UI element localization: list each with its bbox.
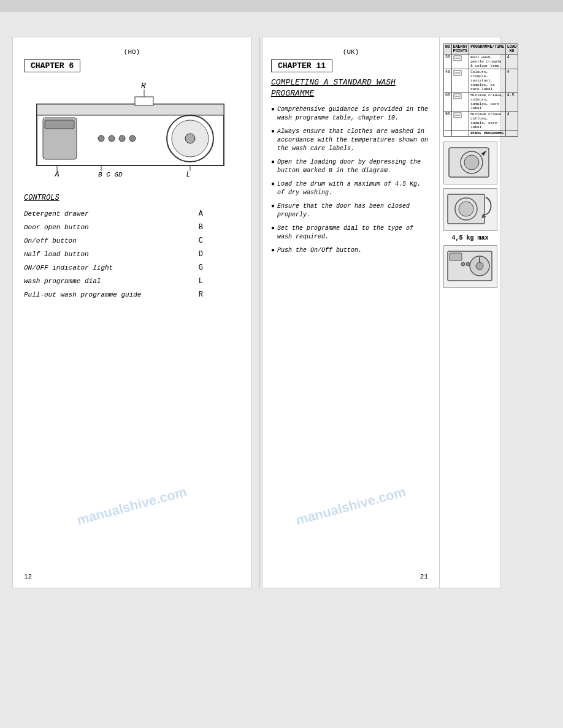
control-label-onoff: On/off button bbox=[24, 237, 77, 245]
instruction-2: ● Always ensure that clothes are washed … bbox=[271, 127, 431, 153]
table-row-rinse: RINSE PROGRAMME bbox=[444, 131, 518, 137]
control-label-indicator: ON/OFF indicator light bbox=[24, 264, 113, 271]
svg-rect-4 bbox=[135, 97, 153, 105]
left-page: (HO) CHAPTER 6 R bbox=[12, 37, 251, 588]
table-row-90: 90 Minimum crease cottons, sample, care-… bbox=[444, 112, 518, 131]
svg-rect-3 bbox=[37, 104, 224, 115]
table-row-60: 60 Minimum crease, colours, samples, car… bbox=[444, 93, 518, 112]
control-label-dial: Wash programme dial bbox=[24, 278, 101, 285]
table-header-no: NO bbox=[444, 44, 452, 55]
controls-title: CONTROLS bbox=[24, 194, 240, 202]
instruction-3: ● Open the loading door by depressing th… bbox=[271, 158, 431, 175]
table-header-load: LOAD KG bbox=[505, 44, 518, 55]
svg-point-30 bbox=[464, 155, 479, 170]
control-letter-A: A bbox=[199, 210, 203, 218]
right-main-page: (UK) CHAPTER 11 COMPLETING A STANDARD WA… bbox=[262, 37, 440, 588]
controls-list: Detergent drawer A Door open button B On… bbox=[24, 210, 240, 299]
section-title: COMPLETING A STANDARD WASH PROGRAMME bbox=[271, 77, 431, 99]
instruction-text-6: Set the programme dial to the type of wa… bbox=[277, 224, 431, 241]
control-row-door: Door open button B bbox=[24, 223, 240, 232]
right-sidebar: NO ENERGY POINTS PROGRAMME/TIME LOAD KG … bbox=[440, 37, 501, 588]
svg-point-7 bbox=[98, 135, 104, 142]
control-letter-C: C bbox=[199, 237, 203, 245]
table-row-30: 30 Boil wash, gentle crumple & colour te… bbox=[444, 55, 518, 69]
right-watermark: manualshive.com bbox=[294, 484, 407, 529]
control-row-dial: Wash programme dial L bbox=[24, 277, 240, 286]
instruction-text-2: Always ensure that clothes are washed in… bbox=[277, 127, 431, 153]
dial-svg bbox=[446, 248, 495, 285]
instruction-1: ● Comprehensive guidance is provided in … bbox=[271, 105, 431, 123]
control-label-door: Door open button bbox=[24, 224, 89, 231]
svg-point-9 bbox=[119, 135, 125, 142]
control-letter-L: L bbox=[199, 277, 203, 286]
instruction-4: ● Load the drum with a maximum of 4.5 Kg… bbox=[271, 180, 431, 197]
control-letter-D: D bbox=[199, 250, 203, 259]
svg-text:L: L bbox=[186, 170, 190, 179]
instruction-6: ● Set the programme dial to the type of … bbox=[271, 224, 431, 241]
page-container: (HO) CHAPTER 6 R bbox=[0, 12, 563, 728]
right-country-indicator: (UK) bbox=[271, 48, 431, 56]
svg-point-34 bbox=[459, 202, 473, 216]
left-watermark: manualshive.com bbox=[75, 484, 188, 529]
loading-svg bbox=[446, 191, 495, 228]
page-divider bbox=[259, 37, 259, 588]
door-svg bbox=[446, 145, 495, 181]
loading-image bbox=[443, 188, 497, 231]
programme-table: NO ENERGY POINTS PROGRAMME/TIME LOAD KG … bbox=[443, 44, 518, 137]
book-spread: (HO) CHAPTER 6 R bbox=[12, 37, 551, 588]
svg-text:B C GD: B C GD bbox=[98, 171, 123, 178]
kg-caption: 4,5 kg max bbox=[443, 235, 497, 241]
door-image bbox=[443, 142, 497, 184]
svg-point-41 bbox=[466, 262, 470, 266]
left-page-number: 12 bbox=[24, 573, 32, 580]
machine-svg: R bbox=[24, 77, 240, 188]
table-header-prog: PROGRAMME/TIME bbox=[469, 44, 506, 55]
instruction-text-5: Ensure that the door has been closed pro… bbox=[277, 202, 431, 219]
control-row-halfload: Half load button D bbox=[24, 250, 240, 259]
svg-point-40 bbox=[461, 262, 465, 266]
control-letter-B: B bbox=[199, 223, 203, 232]
right-page-number: 21 bbox=[420, 573, 428, 580]
control-row-detergent: Detergent drawer A bbox=[24, 210, 240, 218]
table-header-energy: ENERGY POINTS bbox=[451, 44, 469, 55]
control-row-pullout: Pull-out wash programme guide R bbox=[24, 290, 240, 299]
instruction-text-3: Open the loading door by depressing the … bbox=[277, 158, 431, 175]
left-chapter-box: CHAPTER 6 bbox=[24, 59, 80, 72]
left-country-indicator: (HO) bbox=[24, 48, 240, 56]
svg-rect-6 bbox=[45, 120, 74, 129]
control-row-indicator: ON/OFF indicator light G bbox=[24, 264, 240, 272]
svg-text:A: A bbox=[54, 170, 59, 179]
svg-text:R: R bbox=[141, 82, 146, 91]
svg-point-10 bbox=[129, 135, 136, 142]
instruction-text-7: Push the On/Off button. bbox=[277, 246, 362, 255]
instruction-text-4: Load the drum with a maximum of 4.5 Kg. … bbox=[277, 180, 431, 197]
svg-rect-36 bbox=[450, 253, 462, 260]
right-chapter-box: CHAPTER 11 bbox=[271, 59, 332, 72]
instruction-7: ● Push the On/Off button. bbox=[271, 246, 431, 255]
control-letter-R: R bbox=[199, 290, 203, 299]
control-row-onoff: On/off button C bbox=[24, 237, 240, 245]
svg-point-8 bbox=[109, 135, 115, 142]
instruction-text-1: Comprehensive guidance is provided in th… bbox=[277, 105, 431, 123]
table-row-40: 40 Colours, Crumple-resistant, samples, … bbox=[444, 69, 518, 93]
control-label-halfload: Half load button bbox=[24, 251, 89, 258]
machine-diagram: R bbox=[24, 77, 240, 188]
svg-point-38 bbox=[476, 262, 483, 270]
control-letter-G: G bbox=[199, 264, 203, 272]
instruction-5: ● Ensure that the door has been closed p… bbox=[271, 202, 431, 219]
svg-point-13 bbox=[185, 134, 195, 143]
control-label-pullout: Pull-out wash programme guide bbox=[24, 291, 141, 298]
dial-image bbox=[443, 245, 497, 288]
control-label-detergent: Detergent drawer bbox=[24, 210, 89, 218]
